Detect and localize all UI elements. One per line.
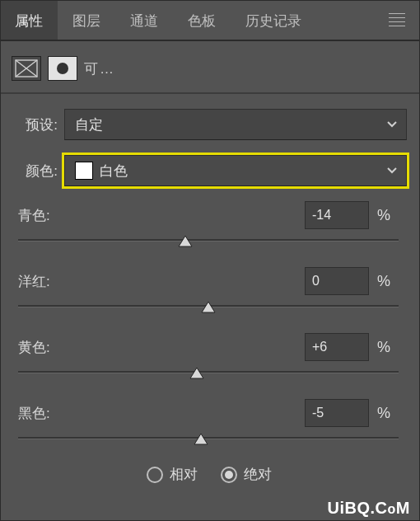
colors-value: 白色 [100,162,128,181]
svg-marker-4 [179,236,192,246]
preset-value: 自定 [75,115,103,134]
slider-handle[interactable] [201,301,216,313]
percent-label: % [369,405,399,422]
preset-row: 预设: 自定 [12,109,407,140]
panel-tabs: 属性 图层 通道 色板 历史记录 [0,0,420,41]
adjustment-title: 可… [84,59,115,78]
slider-handle[interactable] [194,433,208,445]
preset-select[interactable]: 自定 [64,109,407,140]
percent-label: % [369,207,399,224]
slider-value-input[interactable] [305,399,369,427]
chevron-down-icon [386,116,398,133]
percent-label: % [369,273,399,290]
svg-marker-6 [190,368,203,378]
slider-track[interactable] [18,369,399,384]
tab-properties[interactable]: 属性 [0,0,58,40]
preset-label: 预设: [12,115,58,134]
slider-track[interactable] [18,435,399,450]
radio-icon [147,467,163,483]
radio-icon [221,467,237,483]
tab-history[interactable]: 历史记录 [231,0,316,40]
slider-handle[interactable] [189,367,204,379]
svg-marker-5 [202,302,215,312]
selective-color-icon [12,56,41,81]
tab-layers[interactable]: 图层 [58,0,115,40]
svg-marker-7 [194,434,208,444]
tab-swatches[interactable]: 色板 [173,0,231,40]
panel-menu-icon[interactable] [374,0,420,40]
percent-label: % [369,339,399,356]
method-absolute[interactable]: 绝对 [221,465,272,484]
adjustment-header: 可… [0,41,420,89]
properties-content: 预设: 自定 颜色: 白色 青色:%洋红:%黄色:%黑色:% 相对 绝对 [0,97,420,495]
method-radios: 相对 绝对 [12,465,407,484]
slider-track[interactable] [18,303,399,318]
color-swatch [75,162,93,180]
watermark: UiBQ.CoM [328,499,410,518]
colors-label: 颜色: [12,162,58,181]
slider-black: 黑色:% [18,399,399,450]
colors-select[interactable]: 白色 [64,155,407,186]
radio-label: 相对 [170,465,198,484]
slider-track[interactable] [18,237,399,252]
slider-yellow: 黄色:% [18,333,399,384]
slider-label: 青色: [18,206,305,225]
radio-label: 绝对 [244,465,272,484]
slider-magenta: 洋红:% [18,267,399,318]
slider-label: 黑色: [18,404,305,423]
slider-label: 洋红: [18,272,305,291]
svg-point-3 [57,63,68,74]
tab-channels[interactable]: 通道 [115,0,173,40]
chevron-down-icon [386,162,398,179]
slider-label: 黄色: [18,338,305,357]
slider-value-input[interactable] [305,201,369,229]
method-relative[interactable]: 相对 [147,465,198,484]
colors-row: 颜色: 白色 [12,155,407,186]
mask-icon[interactable] [48,56,77,81]
divider [0,92,420,94]
slider-cyan: 青色:% [18,201,399,252]
slider-value-input[interactable] [305,333,369,361]
slider-handle[interactable] [178,235,193,247]
slider-value-input[interactable] [305,267,369,295]
